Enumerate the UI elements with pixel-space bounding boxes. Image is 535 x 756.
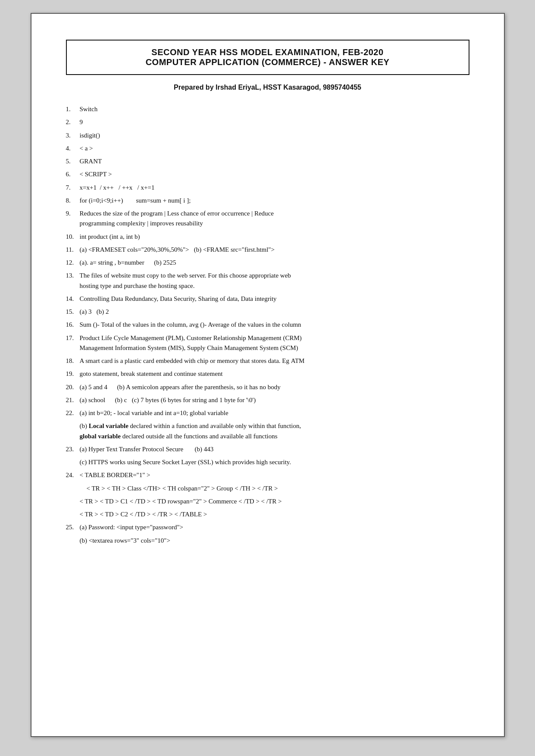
answer-1-num: 1. (66, 104, 80, 114)
answer-4: 4. < a > (66, 144, 469, 153)
answer-12: 12. (a). a= string , b=number (b) 2525 (66, 258, 469, 268)
answer-25-text: (a) Password: <input type="password"> (80, 522, 469, 532)
answer-23: 23. (a) Hyper Text Transfer Protocol Sec… (66, 444, 469, 454)
answers-section: 1. Switch 2. 9 3. isdigit() 4. < a > 5. … (66, 104, 469, 546)
answer-20-text: (a) 5 and 4 (b) A semicolon appears afte… (80, 382, 469, 392)
answer-15-num: 15. (66, 307, 80, 317)
answer-24b: < TR > < TD > C1 < /TD > < TD rowspan="2… (80, 497, 469, 506)
answer-6: 6. < SCRIPT > (66, 169, 469, 179)
answer-25b: (b) <textarea rows="3" cols="10"> (80, 536, 469, 546)
answer-17-num: 17. (66, 333, 80, 353)
answer-8-num: 8. (66, 196, 80, 206)
answer-15: 15. (a) 3 (b) 2 (66, 307, 469, 317)
title-box: SECOND YEAR HSS MODEL EXAMINATION, FEB-2… (66, 40, 469, 75)
subtitle: Prepared by Irshad EriyaL, HSST Kasarago… (66, 84, 469, 91)
answer-10: 10. int product (int a, int b) (66, 232, 469, 242)
answer-12-num: 12. (66, 258, 80, 268)
answer-23c: (c) HTTPS works using Secure Socket Laye… (80, 457, 469, 467)
answer-5-text: GRANT (80, 156, 469, 166)
answer-24-num: 24. (66, 470, 80, 480)
answer-19-num: 19. (66, 369, 80, 379)
answer-9: 9. Reduces the size of the program | Les… (66, 209, 469, 229)
answer-9-num: 9. (66, 209, 80, 229)
local-variable-bold: Local variable (89, 422, 128, 429)
answer-7-text: x=x+1 / x++ / ++x / x+=1 (80, 183, 469, 193)
answer-22-text: (a) int b=20; - local variable and int a… (80, 408, 469, 418)
answer-6-num: 6. (66, 169, 80, 179)
answer-3: 3. isdigit() (66, 131, 469, 141)
answer-13-text: The files of website must copy to the we… (80, 271, 469, 291)
answer-14-num: 14. (66, 294, 80, 304)
answer-5-num: 5. (66, 156, 80, 166)
answer-17-text: Product Life Cycle Management (PLM), Cus… (80, 333, 469, 353)
answer-20-num: 20. (66, 382, 80, 392)
answer-11: 11. (a) <FRAMESET cols="20%,30%,50%"> (b… (66, 245, 469, 255)
answer-24c-text: < TR > < TD > C2 < /TD > < /TR > < /TABL… (80, 509, 469, 519)
answer-22b-text: (b) Local variable declared within a fun… (80, 421, 469, 441)
title-line2: COMPUTER APPLICATION (COMMERCE) - ANSWER… (75, 57, 460, 67)
answer-14-text: Controlling Data Redundancy, Data Securi… (80, 294, 469, 304)
answer-25b-text: (b) <textarea rows="3" cols="10"> (80, 536, 469, 546)
answer-19: 19. goto statement, break statement and … (66, 369, 469, 379)
answer-4-num: 4. (66, 144, 80, 153)
answer-2-text: 9 (80, 117, 469, 127)
answer-17: 17. Product Life Cycle Management (PLM),… (66, 333, 469, 353)
answer-9-text: Reduces the size of the program | Less c… (80, 209, 469, 229)
title-line1: SECOND YEAR HSS MODEL EXAMINATION, FEB-2… (75, 47, 460, 57)
answer-23c-text: (c) HTTPS works using Secure Socket Laye… (80, 457, 469, 467)
answer-24c: < TR > < TD > C2 < /TD > < /TR > < /TABL… (80, 509, 469, 519)
answer-19-text: goto statement, break statement and cont… (80, 369, 469, 379)
page: SECOND YEAR HSS MODEL EXAMINATION, FEB-2… (31, 13, 505, 737)
answer-5: 5. GRANT (66, 156, 469, 166)
answer-24a-text: < TR > < TH > Class </TH> < TH colspan="… (87, 484, 469, 494)
answer-14: 14. Controlling Data Redundancy, Data Se… (66, 294, 469, 304)
answer-10-text: int product (int a, int b) (80, 232, 469, 242)
answer-13-num: 13. (66, 271, 80, 291)
answer-18-text: A smart card is a plastic card embedded … (80, 356, 469, 366)
answer-3-text: isdigit() (80, 131, 469, 141)
answer-4-text: < a > (80, 144, 469, 153)
answer-22-num: 22. (66, 408, 80, 418)
answer-22b: (b) Local variable declared within a fun… (80, 421, 469, 441)
answer-7: 7. x=x+1 / x++ / ++x / x+=1 (66, 183, 469, 193)
answer-11-num: 11. (66, 245, 80, 255)
answer-20: 20. (a) 5 and 4 (b) A semicolon appears … (66, 382, 469, 392)
answer-2: 2. 9 (66, 117, 469, 127)
answer-6-text: < SCRIPT > (80, 169, 469, 179)
answer-1-text: Switch (80, 104, 469, 114)
answer-23-num: 23. (66, 444, 80, 454)
answer-12-text: (a). a= string , b=number (b) 2525 (80, 258, 469, 268)
answer-1: 1. Switch (66, 104, 469, 114)
answer-16-text: Sum ()- Total of the values in the colum… (80, 320, 469, 330)
answer-16: 16. Sum ()- Total of the values in the c… (66, 320, 469, 330)
answer-21-text: (a) school (b) c (c) 7 bytes (6 bytes fo… (80, 395, 469, 405)
answer-21-num: 21. (66, 395, 80, 405)
answer-24a: < TR > < TH > Class </TH> < TH colspan="… (87, 484, 469, 494)
answer-2-num: 2. (66, 117, 80, 127)
answer-16-num: 16. (66, 320, 80, 330)
answer-10-num: 10. (66, 232, 80, 242)
global-variable-bold: global variable (80, 433, 121, 440)
answer-24b-text: < TR > < TD > C1 < /TD > < TD rowspan="2… (80, 497, 469, 506)
answer-18-num: 18. (66, 356, 80, 366)
answer-15-text: (a) 3 (b) 2 (80, 307, 469, 317)
answer-21: 21. (a) school (b) c (c) 7 bytes (6 byte… (66, 395, 469, 405)
answer-24-text: < TABLE BORDER="1" > (80, 470, 469, 480)
answer-13: 13. The files of website must copy to th… (66, 271, 469, 291)
answer-11-text: (a) <FRAMESET cols="20%,30%,50%"> (b) <F… (80, 245, 469, 255)
answer-18: 18. A smart card is a plastic card embed… (66, 356, 469, 366)
answer-24: 24. < TABLE BORDER="1" > (66, 470, 469, 480)
answer-7-num: 7. (66, 183, 80, 193)
answer-3-num: 3. (66, 131, 80, 141)
answer-23-text: (a) Hyper Text Transfer Protocol Secure … (80, 444, 469, 454)
answer-8-text: for (i=0;i<9;i++) sum=sum + num[ i ]; (80, 196, 469, 206)
answer-25: 25. (a) Password: <input type="password"… (66, 522, 469, 532)
answer-25-num: 25. (66, 522, 80, 532)
answer-22: 22. (a) int b=20; - local variable and i… (66, 408, 469, 418)
answer-8: 8. for (i=0;i<9;i++) sum=sum + num[ i ]; (66, 196, 469, 206)
